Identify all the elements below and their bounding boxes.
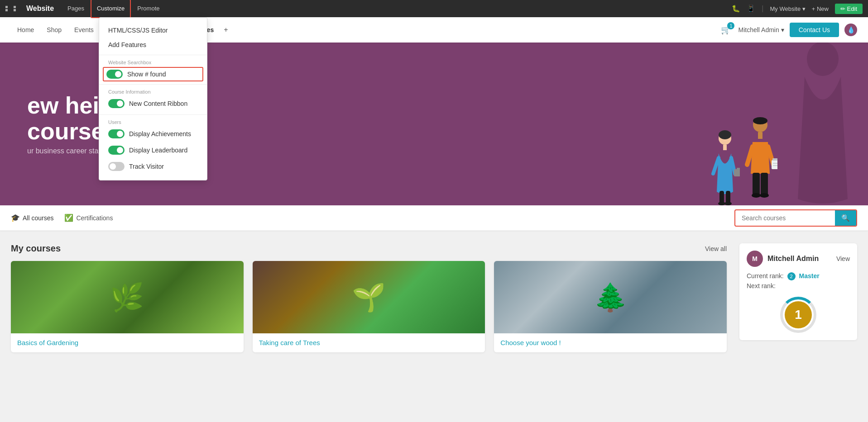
track-visitor-row[interactable]: Track Visitor: [99, 158, 207, 175]
admin-bar-right: 🐛 📱 | My Website ▾ + New ✏ Edit: [732, 4, 863, 14]
user-menu-btn[interactable]: Mitchell Admin ▾: [738, 26, 784, 33]
chevron-down-icon: ▾: [781, 26, 784, 33]
display-leaderboard-toggle[interactable]: [108, 146, 125, 155]
rank-circle-wrap: 1: [747, 297, 850, 333]
svg-point-10: [753, 117, 767, 124]
track-visitor-toggle[interactable]: [108, 162, 125, 171]
display-achievements-row[interactable]: Display Achievements: [99, 126, 207, 142]
new-content-ribbon-toggle[interactable]: [108, 99, 125, 108]
grid-icon[interactable]: [5, 6, 21, 11]
display-achievements-toggle[interactable]: [108, 129, 125, 138]
admin-nav-customize[interactable]: Customize: [91, 0, 131, 18]
new-btn[interactable]: + New: [812, 5, 829, 12]
search-courses-button[interactable]: 🔍: [835, 210, 856, 226]
course-card-wood[interactable]: Choose your wood !: [494, 261, 727, 352]
rank-number: 1: [785, 301, 812, 328]
course-title-trees: Taking care of Trees: [259, 339, 320, 346]
html-editor-label: HTML/CSS/JS Editor: [108, 27, 168, 34]
graduation-icon: 🎓: [11, 213, 20, 222]
next-rank-row: Next rank:: [747, 282, 850, 289]
user-avatar: M: [747, 251, 763, 267]
admin-nav: Pages Customize Promote: [61, 0, 166, 18]
sidebar-view-link[interactable]: View: [836, 255, 850, 262]
woman-figure: [710, 128, 740, 205]
contact-us-button[interactable]: Contact Us: [790, 23, 839, 37]
svg-rect-12: [772, 160, 777, 169]
current-rank-label: Current rank:: [747, 272, 784, 280]
course-img-gardening: [11, 261, 244, 333]
new-content-ribbon-row[interactable]: New Content Ribbon: [99, 95, 207, 112]
edit-btn[interactable]: ✏ Edit: [835, 4, 863, 14]
divider-1: [99, 55, 207, 55]
display-leaderboard-row[interactable]: Display Leaderboard: [99, 142, 207, 158]
rank-circle: 1: [780, 297, 816, 333]
nav-events[interactable]: Events: [68, 17, 100, 43]
course-tabs-bar: 🎓 All courses ✅ Certifications 🔍: [0, 205, 868, 231]
svg-point-7: [718, 202, 725, 205]
main-content: My courses View all Basics of Gardening …: [0, 231, 868, 365]
divider-2: [99, 84, 207, 85]
admin-bar: Website Pages Customize Promote 🐛 📱 | My…: [0, 0, 868, 17]
user-name-label: Mitchell Admin: [738, 26, 779, 33]
add-nav-icon[interactable]: +: [220, 26, 231, 34]
tab-all-courses-label: All courses: [23, 214, 53, 222]
hero-illustration: [710, 115, 777, 205]
nav-home[interactable]: Home: [11, 17, 40, 43]
tab-certifications[interactable]: ✅ Certifications: [64, 213, 113, 222]
sidebar-section: M Mitchell Admin View Current rank: 2 Ma…: [739, 243, 857, 352]
svg-rect-11: [758, 132, 762, 139]
course-card-body-2: Taking care of Trees: [253, 333, 485, 352]
admin-nav-pages[interactable]: Pages: [61, 0, 91, 17]
users-section-label: Users: [99, 118, 207, 126]
tab-all-courses[interactable]: 🎓 All courses: [11, 213, 53, 222]
man-figure: [743, 115, 777, 205]
track-visitor-label: Track Visitor: [129, 163, 164, 170]
header-right: Mitchell Admin ▾ Contact Us 💧: [738, 23, 857, 37]
course-img-trees: [253, 261, 485, 333]
add-features-label: Add Features: [108, 41, 146, 48]
course-info-section-label: Course Information: [99, 87, 207, 95]
svg-rect-6: [726, 191, 730, 204]
rank-num-badge: 2: [787, 272, 796, 280]
add-features-item[interactable]: Add Features: [99, 38, 207, 52]
svg-point-8: [724, 202, 732, 205]
display-leaderboard-label: Display Leaderboard: [129, 147, 187, 154]
courses-section: My courses View all Basics of Gardening …: [11, 243, 727, 352]
bug-icon[interactable]: 🐛: [732, 5, 740, 13]
admin-nav-promote[interactable]: Promote: [131, 0, 166, 17]
user-profile-card: M Mitchell Admin View Current rank: 2 Ma…: [739, 243, 857, 340]
course-img-wood: [494, 261, 727, 333]
display-achievements-label: Display Achievements: [129, 130, 191, 138]
customize-dropdown: HTML/CSS/JS Editor Add Features Website …: [99, 17, 207, 180]
course-tabs-left: 🎓 All courses ✅ Certifications: [11, 213, 734, 222]
user-profile-header: M Mitchell Admin View: [747, 251, 850, 267]
cart-button[interactable]: 🛒 1: [721, 25, 731, 35]
course-card-body-1: Basics of Gardening: [11, 333, 244, 352]
html-editor-item[interactable]: HTML/CSS/JS Editor: [99, 23, 207, 38]
svg-rect-2: [723, 145, 727, 150]
show-found-toggle[interactable]: [106, 70, 123, 79]
course-card-trees[interactable]: Taking care of Trees: [253, 261, 485, 352]
svg-point-19: [760, 193, 769, 198]
search-courses-input[interactable]: [735, 211, 835, 225]
course-card-gardening[interactable]: Basics of Gardening: [11, 261, 244, 352]
show-found-label: Show # found: [127, 71, 166, 78]
svg-rect-4: [737, 168, 740, 170]
search-box[interactable]: 🔍: [734, 209, 857, 227]
svg-rect-3: [734, 169, 740, 176]
show-found-toggle-row[interactable]: Show # found: [103, 67, 203, 81]
my-courses-title: My courses: [11, 243, 61, 254]
site-name-btn[interactable]: My Website ▾: [770, 5, 805, 12]
cart-badge: 1: [727, 22, 734, 29]
svg-point-1: [719, 130, 731, 139]
site-logo[interactable]: Website: [26, 5, 54, 13]
course-cards-grid: Basics of Gardening Taking care of Trees…: [11, 261, 727, 352]
view-all-link[interactable]: View all: [705, 245, 727, 252]
sidebar-user-name: Mitchell Admin: [767, 255, 832, 263]
nav-shop[interactable]: Shop: [40, 17, 68, 43]
svg-rect-17: [761, 173, 768, 195]
course-title-gardening: Basics of Gardening: [17, 339, 78, 346]
mobile-icon[interactable]: 📱: [747, 5, 755, 13]
current-rank-value: Master: [799, 272, 819, 280]
divider-3: [99, 114, 207, 115]
